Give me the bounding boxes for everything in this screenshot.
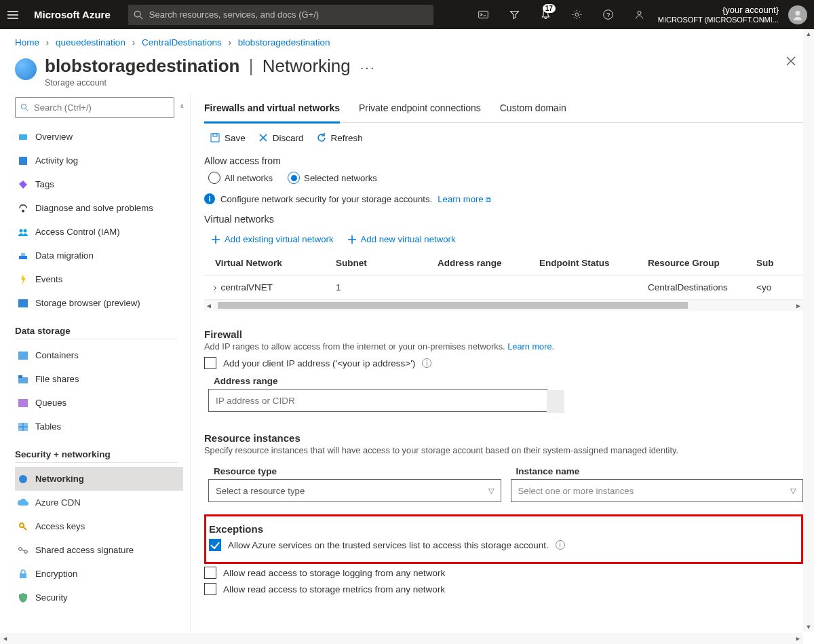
sidebar-item-azure-cdn[interactable]: Azure CDN bbox=[15, 491, 183, 514]
tab-private-endpoints[interactable]: Private endpoint connections bbox=[359, 96, 481, 122]
col-resource-group: Resource Group bbox=[638, 251, 747, 276]
iam-icon bbox=[18, 227, 28, 238]
col-virtual-network: Virtual Network bbox=[204, 251, 326, 276]
firewall-learn-more-link[interactable]: Learn more. bbox=[507, 341, 554, 352]
info-tooltip-icon[interactable]: i bbox=[556, 540, 565, 550]
svg-point-7 bbox=[795, 10, 800, 15]
svg-rect-30 bbox=[213, 134, 217, 136]
sidebar-group-data-storage: Data storage bbox=[15, 326, 178, 339]
sidebar-item-overview[interactable]: Overview bbox=[15, 125, 183, 149]
tab-firewalls[interactable]: Firewalls and virtual networks bbox=[204, 96, 340, 124]
storage-account-icon bbox=[15, 58, 37, 80]
page-vertical-scrollbar[interactable]: ▲▼ bbox=[803, 29, 814, 632]
table-row[interactable]: ›centralVNET 1 CentralDestinations <yo bbox=[204, 276, 803, 300]
sidebar-item-diagnose[interactable]: Diagnose and solve problems bbox=[15, 196, 183, 220]
access-radio-group: All networks Selected networks bbox=[204, 172, 803, 184]
storage-browser-icon bbox=[18, 298, 28, 309]
firewall-help: Add IP ranges to allow access from the i… bbox=[204, 341, 803, 352]
crumb-2[interactable]: CentralDestinations bbox=[142, 37, 222, 48]
crumb-3[interactable]: blobstoragedestination bbox=[238, 37, 330, 48]
svg-rect-28 bbox=[20, 573, 26, 578]
crumb-home[interactable]: Home bbox=[15, 37, 39, 48]
account-block[interactable]: {your account} MICROSOFT (MICROSOFT.ONMI… bbox=[658, 5, 783, 24]
svg-rect-29 bbox=[211, 134, 219, 142]
add-client-ip-checkbox[interactable]: Add your client IP address ('<your ip ad… bbox=[204, 357, 803, 369]
sidebar-item-events[interactable]: Events bbox=[15, 267, 183, 291]
exception-trusted-services-checkbox[interactable]: Allow Azure services on the trusted serv… bbox=[209, 539, 794, 551]
svg-point-0 bbox=[134, 11, 140, 17]
address-range-add-button[interactable] bbox=[547, 390, 564, 413]
chevron-right-icon[interactable]: › bbox=[214, 282, 217, 292]
sidebar-item-tables[interactable]: Tables bbox=[15, 415, 183, 438]
table-horizontal-scrollbar[interactable]: ◄► bbox=[204, 300, 803, 311]
overview-icon bbox=[18, 132, 28, 143]
radio-selected-networks[interactable]: Selected networks bbox=[288, 172, 377, 184]
cdn-icon bbox=[18, 497, 28, 508]
radio-all-networks[interactable]: All networks bbox=[208, 172, 273, 184]
sidebar-item-security[interactable]: Security bbox=[15, 586, 183, 609]
sidebar-item-queues[interactable]: Queues bbox=[15, 391, 183, 415]
help-icon[interactable]: ? bbox=[596, 0, 621, 29]
sidebar-item-data-migration[interactable]: Data migration bbox=[15, 244, 183, 267]
command-bar: Save Discard Refresh bbox=[204, 123, 803, 151]
tags-icon bbox=[18, 179, 28, 190]
discard-button[interactable]: Discard bbox=[258, 132, 304, 143]
directory-filter-icon[interactable] bbox=[502, 0, 528, 29]
sidebar-item-networking[interactable]: Networking bbox=[15, 467, 183, 491]
col-endpoint-status: Endpoint Status bbox=[530, 251, 638, 276]
address-range-input[interactable] bbox=[209, 396, 547, 406]
brand-label[interactable]: Microsoft Azure bbox=[34, 9, 111, 20]
settings-gear-icon[interactable] bbox=[564, 0, 590, 29]
save-button[interactable]: Save bbox=[210, 132, 246, 143]
resource-type-select[interactable]: Select a resource type▽ bbox=[208, 479, 501, 502]
sidebar-item-access-keys[interactable]: Access keys bbox=[15, 514, 183, 538]
sidebar-item-containers[interactable]: Containers bbox=[15, 343, 183, 367]
instance-name-select[interactable]: Select one or more instances▽ bbox=[511, 479, 804, 502]
collapse-sidebar-icon[interactable]: « bbox=[180, 101, 184, 111]
svg-rect-2 bbox=[479, 11, 488, 18]
exception-metrics-checkbox[interactable]: Allow read access to storage metrics fro… bbox=[204, 583, 803, 595]
avatar[interactable] bbox=[788, 5, 807, 24]
diagnose-icon bbox=[18, 203, 28, 214]
address-range-input-wrap bbox=[208, 389, 547, 412]
refresh-button[interactable]: Refresh bbox=[316, 132, 363, 143]
global-search-input[interactable] bbox=[148, 9, 428, 20]
svg-point-13 bbox=[20, 229, 23, 232]
sidebar-search[interactable] bbox=[15, 97, 174, 118]
sidebar-item-storage-browser[interactable]: Storage browser (preview) bbox=[15, 291, 183, 315]
cloud-shell-icon[interactable] bbox=[471, 0, 497, 29]
svg-point-27 bbox=[24, 550, 28, 553]
page-title: blobstoragedestination | Networking bbox=[45, 56, 351, 77]
add-existing-vnet-button[interactable]: Add existing virtual network bbox=[211, 234, 334, 244]
sidebar-search-input[interactable] bbox=[33, 102, 169, 113]
feedback-icon[interactable] bbox=[627, 0, 653, 29]
sidebar-item-encryption[interactable]: Encryption bbox=[15, 562, 183, 586]
add-new-vnet-button[interactable]: Add new virtual network bbox=[347, 234, 456, 244]
sidebar-item-file-shares[interactable]: File shares bbox=[15, 367, 183, 391]
resource-type-label: Resource type bbox=[214, 466, 501, 476]
tables-icon bbox=[18, 421, 28, 432]
page-horizontal-scrollbar[interactable]: ◄► bbox=[0, 633, 803, 643]
sidebar-item-iam[interactable]: Access Control (IAM) bbox=[15, 220, 183, 244]
exception-logging-checkbox[interactable]: Allow read access to storage logging fro… bbox=[204, 567, 803, 579]
account-name: {your account} bbox=[658, 5, 779, 15]
col-subnet: Subnet bbox=[326, 251, 428, 276]
sidebar-item-activity-log[interactable]: Activity log bbox=[15, 149, 183, 172]
global-search[interactable] bbox=[128, 5, 433, 25]
more-actions-icon[interactable]: ··· bbox=[360, 60, 376, 75]
breadcrumb: Home › queuedestination › CentralDestina… bbox=[0, 29, 814, 52]
learn-more-link[interactable]: Learn more ⧉ bbox=[438, 194, 491, 204]
hamburger-icon[interactable] bbox=[7, 9, 19, 21]
resource-type-label: Storage account bbox=[45, 78, 351, 88]
sidebar-item-tags[interactable]: Tags bbox=[15, 172, 183, 196]
containers-icon bbox=[18, 350, 28, 361]
crumb-1[interactable]: queuedestination bbox=[56, 37, 125, 48]
close-icon[interactable] bbox=[786, 56, 796, 69]
file-shares-icon bbox=[18, 374, 28, 385]
tab-custom-domain[interactable]: Custom domain bbox=[500, 96, 566, 122]
sidebar-item-sas[interactable]: Shared access signature bbox=[15, 538, 183, 562]
tab-bar: Firewalls and virtual networks Private e… bbox=[204, 96, 803, 123]
info-tooltip-icon[interactable]: i bbox=[422, 358, 431, 368]
notifications-icon[interactable]: 17 bbox=[533, 0, 559, 29]
svg-point-6 bbox=[638, 11, 641, 14]
